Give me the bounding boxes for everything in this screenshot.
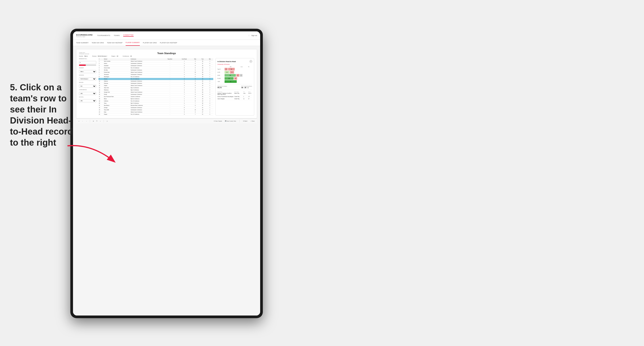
cell-win: 0 [206, 113, 213, 116]
cell-reg-rank: - [163, 76, 177, 78]
conference-select[interactable]: (All) [79, 92, 96, 95]
clock-button[interactable]: ◷ [106, 120, 108, 122]
cell-win: 4 [206, 93, 213, 96]
cell-reg-rank: - [163, 60, 177, 62]
cell-reg-rank: - [163, 74, 177, 76]
sub-nav-team-h2h-grid[interactable]: TEAM H2H GRID [92, 40, 104, 46]
cell-school: Ole Miss [104, 69, 130, 71]
watch-button[interactable]: 👁 Watch [242, 120, 248, 122]
cell-rds: 9 [192, 87, 199, 89]
h2h-loss-header: Loss [237, 66, 246, 67]
cell-num: 14 [98, 89, 104, 91]
table-row[interactable]: 13 Texas Tech Big 12 Conference - 1 9 27… [98, 87, 213, 89]
sub-nav-team-summary[interactable]: TEAM SUMMARY [76, 40, 89, 46]
nav-committee[interactable]: COMMITTEE [123, 34, 134, 37]
school-select[interactable]: (All) [79, 99, 96, 102]
cell-school: Auburn [104, 62, 130, 65]
nav-tournaments[interactable]: TOURNAMENTS [97, 35, 110, 36]
table-row[interactable]: 21 New Mexico Mountain West Conference -… [98, 105, 213, 107]
cell-school: California [104, 100, 130, 102]
cell-school: Georgia [104, 107, 130, 109]
table-row[interactable]: 16 Florida Southeastern Conference - 7 9… [98, 93, 213, 96]
h2h-range-row: 26-50 25 2 1 [218, 74, 252, 77]
h2h-range-row: 51-100 20 3 [218, 77, 252, 80]
col-conf-rank: Conf Rank [177, 58, 192, 60]
cell-reg-rank: - [163, 80, 177, 82]
min-rounds-input[interactable] [79, 61, 96, 64]
table-row[interactable]: 23 Texas A&M Southeastern Conference - 9… [98, 109, 213, 111]
min-rounds-label: Minimum Rou... [79, 58, 96, 59]
grid-button[interactable]: ⊞ [92, 120, 94, 122]
cell-num: 25 [98, 113, 104, 116]
sub-nav-team-h2h-heatmap[interactable]: TEAM H2H HEATMAP [107, 40, 122, 46]
arrow-svg [65, 141, 120, 168]
range-slider[interactable] [79, 64, 96, 66]
cell-rds: 8 [192, 78, 199, 80]
save-custom-button[interactable]: 💾 Save Custom View [224, 120, 237, 122]
table-row[interactable]: 24 Duke Atlantic Coast Conference - 5 9 … [98, 111, 213, 113]
cell-win: 1 [206, 74, 213, 76]
undo-button[interactable]: ↩ [78, 120, 80, 122]
copy-button[interactable]: ⧉ [96, 120, 98, 122]
save-icon: 💾 [225, 120, 226, 122]
view-original-button[interactable]: 👁 View: Original [213, 120, 222, 122]
sub-nav-player-h2h-grid[interactable]: PLAYER H2H GRID [143, 40, 157, 46]
cell-tour: 28 [199, 109, 206, 111]
table-row[interactable]: 25 Oregon Pac-12 Conference - 5 7 21 0 [98, 113, 213, 116]
cell-num: 16 [98, 93, 104, 96]
table-row[interactable]: 7 Tennessee Southeastern Conference - 4 … [98, 74, 213, 76]
cell-tour: 23 [199, 65, 206, 67]
cell-tour: 23 [199, 76, 206, 78]
table-row[interactable]: 3 Vanderbilt Southeastern Conference - 2… [98, 65, 213, 67]
add-button[interactable]: + [99, 120, 101, 122]
cell-win: 2 [206, 105, 213, 107]
cell-reg-rank: - [163, 98, 177, 100]
cell-num: 17 [98, 96, 104, 98]
gender-select[interactable]: Men's [79, 70, 96, 73]
table-row[interactable]: 5 Ole Miss Southeastern Conference - 3 6… [98, 69, 213, 71]
table-row[interactable]: 19 California Pac-12 Conference - 4 8 24… [98, 100, 213, 102]
share-icon: ↗ [250, 120, 251, 122]
division-select[interactable]: NCAA Division I [79, 77, 96, 80]
table-row[interactable]: 9 Arizona Pac-12 Conference - 5 8 23 3 [98, 78, 213, 80]
nav-teams[interactable]: TEAMS [114, 35, 120, 36]
table-row[interactable]: 22 Georgia Southeastern Conference - 8 7… [98, 107, 213, 109]
cell-school: New Mexico [104, 105, 130, 107]
cell-num: 12 [98, 85, 104, 87]
share-button[interactable]: ↗ Share [250, 120, 255, 122]
table-row[interactable]: 14 Oklahoma Big 12 Conference - 3 9 26 2 [98, 89, 213, 91]
back-button[interactable]: ← [82, 120, 84, 122]
cell-conf-rank: 2 [177, 76, 192, 78]
logo-title: SCOREBOARD [76, 34, 93, 36]
cell-tour: 27 [199, 87, 206, 89]
table-row[interactable]: 15 Georgia Tech Atlantic Coast Conferenc… [98, 91, 213, 93]
table-row[interactable]: 2 Auburn Southeastern Conference - 1 9 2… [98, 62, 213, 65]
tourney-score: -17 [248, 96, 252, 97]
tourney-pos: Loss [243, 93, 247, 95]
table-row[interactable]: 20 Texas Big 12 Conference - 3 7 20 0 [98, 102, 213, 105]
table-row[interactable]: 17 East Tennessee State Southern Confere… [98, 96, 213, 98]
cell-rds: 10 [192, 109, 199, 111]
cell-conference: Southeastern Conference [130, 93, 163, 96]
cell-reg-rank: - [163, 96, 177, 98]
region-select[interactable]: N/A [79, 85, 96, 88]
table-row[interactable]: 8 Washington Pac-12 Conference - 2 8 23 … [98, 76, 213, 78]
table-row[interactable]: 10 Alabama Southeastern Conference - 5 8… [98, 80, 213, 82]
table-row[interactable]: 4 Arizona State Pac-12 Conference - 3 9 … [98, 67, 213, 69]
sub-nav-player-summary[interactable]: PLAYER SUMMARY [126, 40, 140, 46]
table-row[interactable]: 1 North Carolina Atlantic Coast Conferen… [98, 60, 213, 62]
cell-tour: 23 [199, 82, 206, 85]
forward-button[interactable]: → [85, 120, 88, 122]
gender-filter-label: Gender: Men's [79, 55, 88, 57]
cell-tour: 18 [199, 74, 206, 76]
table-row[interactable]: 11 Arkansas Southeastern Conference - 6 … [98, 82, 213, 85]
sign-out-link[interactable]: Sign out [249, 35, 257, 36]
h2h-close-button[interactable]: ✕ [250, 60, 252, 63]
h2h-opponents-stat: Opponents in division: 99.1% [218, 86, 227, 88]
table-row[interactable]: 12 Virginia Atlantic Coast Conference - … [98, 85, 213, 87]
table-row[interactable]: 18 Illinois Big Ten Conference - 1 9 23 … [98, 98, 213, 100]
cell-conference: Pac-12 Conference [130, 78, 163, 80]
sub-nav-player-h2h-heatmap[interactable]: PLAYER H2H HEATMAP [160, 40, 177, 46]
h2h-col-headers: Win Loss Tie [218, 66, 252, 67]
table-row[interactable]: 6 Florida State Atlantic Coast Conferenc… [98, 71, 213, 74]
